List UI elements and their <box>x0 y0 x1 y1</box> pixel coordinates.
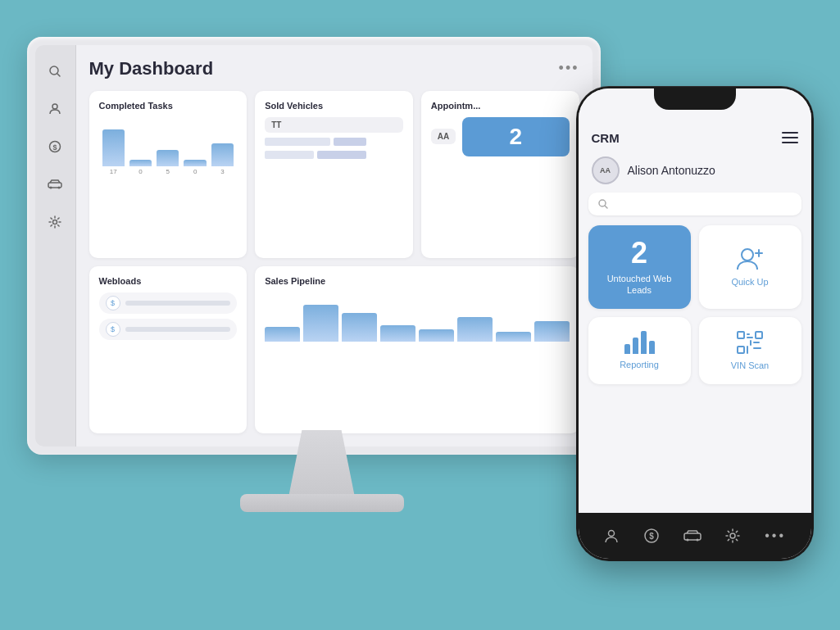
svg-rect-26 <box>684 533 701 540</box>
hamburger-line-1 <box>782 132 798 134</box>
person-plus-icon <box>736 247 764 271</box>
webload-row-2: $ <box>99 319 238 340</box>
sold-vehicles-title: Sold Vehicles <box>265 101 403 111</box>
svg-point-29 <box>730 533 735 538</box>
nav-car-icon[interactable] <box>683 529 702 542</box>
pipeline-bar-7 <box>496 332 531 342</box>
user-name: Alison Antonuzzo <box>628 164 715 177</box>
actions-grid: 2 Untouched Web Leads <box>579 225 811 385</box>
pipeline-bar-8 <box>534 321 570 342</box>
dollar-circle-1: $ <box>106 296 120 310</box>
bar-4 <box>184 160 206 166</box>
phone-user-row: AA Alison Antonuzzo <box>579 152 811 193</box>
dollar-icon[interactable]: $ <box>45 137 65 156</box>
hamburger-line-3 <box>782 142 798 143</box>
bar-label-4: 0 <box>184 168 206 175</box>
svg-rect-16 <box>738 347 744 353</box>
webloads-card: Webloads $ $ <box>89 266 247 433</box>
search-icon <box>598 199 608 209</box>
bar-3 <box>157 150 179 166</box>
completed-tasks-chart <box>99 117 238 166</box>
reporting-label: Reporting <box>620 359 659 370</box>
svg-rect-15 <box>756 332 762 338</box>
svg-line-10 <box>605 206 607 208</box>
webloads-title: Webloads <box>99 276 238 286</box>
appointments-title: Appointm... <box>431 101 570 111</box>
svg-point-11 <box>742 249 753 261</box>
svg-point-2 <box>52 104 57 109</box>
quick-up-tile[interactable]: Quick Up <box>699 225 801 310</box>
webload-bar-2 <box>125 327 231 332</box>
svg-point-8 <box>53 220 57 224</box>
webloads-content: $ $ <box>99 292 238 340</box>
phone-content: CRM AA Alison Antonuzzo <box>579 125 811 513</box>
phone-top-bar: CRM <box>579 125 811 152</box>
bar-label-2: 0 <box>129 168 152 175</box>
pipeline-chart <box>265 292 569 342</box>
crm-title: CRM <box>592 131 620 145</box>
bar-2 <box>129 160 152 166</box>
page-title: My Dashboard <box>89 58 214 79</box>
webload-row-1: $ <box>99 292 238 314</box>
appointments-card: Appointm... AA 2 <box>421 91 579 258</box>
nav-person-icon[interactable] <box>603 528 620 544</box>
sold-vehicles-card: Sold Vehicles TT <box>255 91 413 258</box>
car-icon[interactable] <box>45 174 65 194</box>
pipeline-bar-5 <box>419 329 454 342</box>
sv-badge: TT <box>265 117 403 133</box>
avatar: AA <box>592 156 620 184</box>
phone-bottom-nav: $ • <box>579 513 811 559</box>
sold-vehicles-content: TT <box>265 117 403 159</box>
appointments-content: AA 2 <box>431 117 570 156</box>
svg-line-1 <box>57 74 60 76</box>
sales-pipeline-title: Sales Pipeline <box>265 276 569 286</box>
dollar-circle-2: $ <box>106 322 120 337</box>
svg-point-7 <box>58 186 61 188</box>
svg-point-6 <box>50 186 52 188</box>
person-icon[interactable] <box>45 99 65 119</box>
untouched-web-leads-tile[interactable]: 2 Untouched Web Leads <box>588 225 691 310</box>
phone-notch <box>654 88 736 110</box>
completed-tasks-card: Completed Tasks 17 0 5 <box>89 91 247 258</box>
search-bar[interactable] <box>588 193 801 215</box>
bar-label-1: 17 <box>102 168 125 175</box>
reporting-tile[interactable]: Reporting <box>588 317 691 384</box>
reporting-icon <box>624 331 655 354</box>
bar-1 <box>102 129 125 166</box>
settings-icon[interactable] <box>45 212 65 232</box>
desktop-monitor: $ <box>27 37 617 545</box>
bar-label-3: 5 <box>157 168 179 175</box>
svg-point-27 <box>686 538 688 541</box>
vin-scan-tile[interactable]: VIN Scan <box>699 317 801 384</box>
svg-rect-14 <box>738 332 744 338</box>
search-icon[interactable] <box>45 61 65 81</box>
pipeline-bar-2 <box>303 305 338 342</box>
vin-scan-icon <box>736 330 764 355</box>
quick-up-label: Quick Up <box>731 276 768 288</box>
desktop-main: My Dashboard ••• Completed Tasks <box>76 45 593 446</box>
vin-scan-label: VIN Scan <box>731 360 769 371</box>
appt-number: 2 <box>462 117 569 156</box>
web-leads-number: 2 <box>631 238 647 268</box>
svg-point-28 <box>696 538 698 541</box>
svg-text:$: $ <box>52 143 57 152</box>
more-options[interactable]: ••• <box>559 60 579 77</box>
nav-dollar-icon[interactable]: $ <box>643 528 660 544</box>
svg-text:$: $ <box>649 532 654 541</box>
web-leads-label: Untouched Web Leads <box>595 273 684 297</box>
hamburger-line-2 <box>782 137 798 138</box>
svg-point-23 <box>608 530 614 536</box>
pipeline-bar-3 <box>342 313 377 342</box>
desktop-sidebar: $ <box>35 45 76 446</box>
nav-settings-icon[interactable] <box>724 528 741 544</box>
bar-label-5: 3 <box>211 168 234 175</box>
nav-more-icon[interactable]: ••• <box>765 528 786 543</box>
pipeline-bar-6 <box>457 317 493 342</box>
pipeline-bar-1 <box>265 327 300 342</box>
pipeline-bar-4 <box>380 325 415 342</box>
completed-tasks-title: Completed Tasks <box>99 101 238 111</box>
phone: CRM AA Alison Antonuzzo <box>576 86 814 561</box>
sales-pipeline-card: Sales Pipeline <box>255 266 579 433</box>
hamburger-menu[interactable] <box>782 132 798 143</box>
bar-5 <box>211 143 234 166</box>
